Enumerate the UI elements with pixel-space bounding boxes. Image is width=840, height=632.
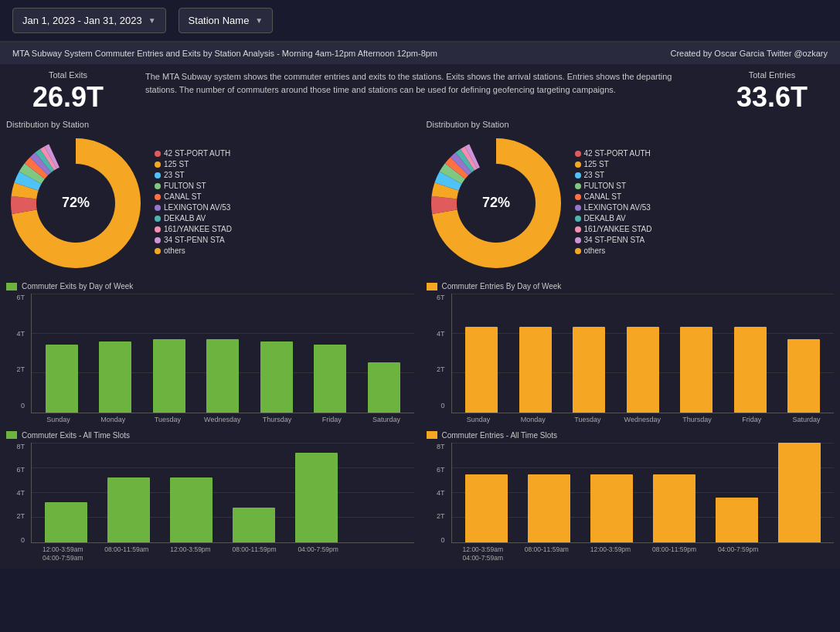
exits-day-panel: Commuter Exits by Day of Week 6T 4T 2T 0… [6,282,420,425]
exits-donut-container: 72% 42 ST-PORT AUTH125 ST23 STFULTON STC… [6,134,414,273]
x-label: Sunday [39,416,77,425]
legend-item: FULTON ST [155,182,232,190]
summary-description: The MTA Subway system shows the commuter… [130,70,710,96]
x-label: 08:00-11:59pm [642,545,706,562]
legend-dot [155,194,161,200]
date-range-dropdown[interactable]: Jan 1, 2023 - Jan 31, 2023 ▼ [12,8,166,33]
header: Jan 1, 2023 - Jan 31, 2023 ▼ Station Nam… [0,0,840,42]
entries-donut-panel: Distribution by Station 72% 42 ST-PORT A… [420,120,835,273]
entries-label: Total Entries [710,70,834,80]
legend-dot [155,248,161,254]
exits-value: 26.9T [6,81,130,114]
legend-item: 23 ST [155,171,232,179]
date-range-arrow: ▼ [148,16,156,25]
entries-donut-container: 72% 42 ST-PORT AUTH125 ST23 STFULTON STC… [427,134,835,273]
exits-day-x-labels: SundayMondayTuesdayWednesdayThursdayFrid… [31,413,414,425]
x-label: Monday [94,416,132,425]
entries-time-x-labels: 12:00-3:59am04:00-7:59am08:00-11:59am12:… [451,543,835,562]
x-label: 08:00-11:59pm [223,545,287,562]
x-label: Wednesday [623,416,661,425]
legend-item: others [155,246,232,255]
bar [107,477,150,542]
legend-dot [155,216,161,222]
legend-dot [155,237,161,243]
legend-dot [575,248,581,254]
legend-dot [575,172,581,178]
legend-item: 161/YANKEE STAD [155,225,232,233]
exits-time-chart-wrapper: 8T 6T 4T 2T 0 12:00-3:59am04:00-7:59am08… [6,443,414,562]
entries-legend: 42 ST-PORT AUTH125 ST23 STFULTON STCANAL… [575,149,652,257]
exits-time-title: Commuter Exits - All Time Slots [6,431,414,440]
bar [716,498,758,542]
exits-summary: Total Exits 26.9T [6,70,130,114]
bar [153,339,185,413]
bar [368,362,400,413]
exits-time-panel: Commuter Exits - All Time Slots 8T 6T 4T… [6,431,420,562]
bar [233,508,275,542]
x-label: Saturday [367,416,406,425]
entries-time-title: Commuter Entries - All Time Slots [427,431,835,440]
entries-time-panel: Commuter Entries - All Time Slots 8T 6T … [420,431,835,562]
legend-item: DEKALB AV [155,214,232,223]
legend-item: 161/YANKEE STAD [575,225,652,233]
legend-dot [155,161,161,168]
bar [528,474,570,542]
legend-item: FULTON ST [575,182,652,190]
bar [314,345,346,413]
bar-day-row: Commuter Exits by Day of Week 6T 4T 2T 0… [0,279,840,428]
entries-time-chart-wrapper: 8T 6T 4T 2T 0 12:00-3:59am04:00-7:59am08… [427,443,835,562]
x-label: Sunday [459,416,498,425]
date-range-label: Jan 1, 2023 - Jan 31, 2023 [22,15,142,26]
station-name-label: Station Name [189,15,250,26]
bar [46,345,78,413]
entries-donut-svg: 72% [427,134,566,273]
exits-day-title: Commuter Exits by Day of Week [6,282,414,291]
bar [206,339,239,413]
exits-donut-title: Distribution by Station [6,120,414,129]
x-label: Wednesday [203,416,242,425]
entries-day-chart-wrapper: 6T 4T 2T 0 SundayMondayTuesdayWednesdayT… [427,294,835,425]
x-label: Friday [733,416,771,425]
x-label [350,545,414,562]
legend-item: 34 ST-PENN STA [155,236,232,244]
exits-day-chart-area [31,294,414,413]
bar [99,341,131,413]
bar [590,474,633,542]
summary-row: Total Exits 26.9T The MTA Subway system … [0,64,840,117]
x-label: Tuesday [148,416,187,425]
bar [45,502,87,542]
bar [627,327,659,413]
exits-time-x-labels: 12:00-3:59am04:00-7:59am08:00-11:59am12:… [31,543,414,562]
x-label: 08:00-11:59am [515,545,579,562]
legend-dot [575,226,581,233]
entries-time-chart-area [451,443,835,543]
x-label: 12:00-3:59pm [579,545,643,562]
entries-day-y-labels: 6T 4T 2T 0 [427,294,448,409]
bar [680,327,712,413]
svg-text:72%: 72% [62,195,90,210]
legend-dot [575,161,581,168]
station-arrow: ▼ [255,16,263,25]
legend-item: LEXINGTON AV/53 [155,203,232,212]
legend-item: CANAL ST [575,192,652,201]
legend-dot [155,226,161,233]
entries-value: 33.6T [710,81,834,114]
x-label: 08:00-11:59am [95,545,159,562]
x-label: 04:00-7:59pm [286,545,350,562]
legend-dot [575,216,581,222]
bar [260,341,293,413]
legend-dot [575,205,581,211]
station-dropdown[interactable]: Station Name ▼ [179,8,274,33]
legend-dot [155,205,161,211]
entries-donut-title: Distribution by Station [427,120,835,129]
legend-item: LEXINGTON AV/53 [575,203,652,212]
legend-dot [155,151,161,157]
legend-item: others [575,246,652,255]
legend-dot [575,183,581,189]
exits-label: Total Exits [6,70,130,80]
entries-day-chart-area [451,294,835,413]
entries-summary: Total Entries 33.6T [710,70,834,114]
x-label: Tuesday [568,416,607,425]
bar-time-row: Commuter Exits - All Time Slots 8T 6T 4T… [0,428,840,569]
bar [519,327,552,413]
